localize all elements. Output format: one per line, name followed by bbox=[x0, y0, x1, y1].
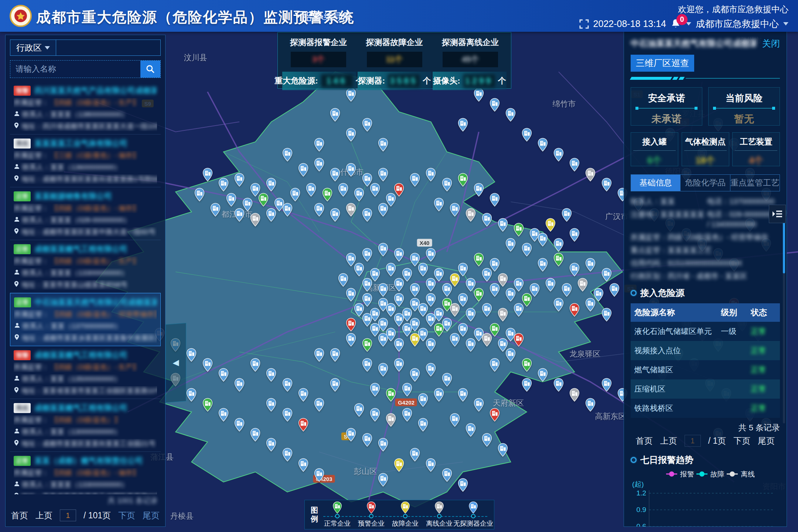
map-marker-pin[interactable] bbox=[362, 118, 372, 132]
table-row[interactable]: 视频接入点位正常 bbox=[631, 341, 780, 360]
panel-scrollbar[interactable] bbox=[783, 216, 785, 423]
map-marker-pin[interactable] bbox=[529, 283, 540, 297]
map-marker-pin[interactable] bbox=[490, 193, 500, 207]
map-marker-pin[interactable] bbox=[186, 348, 197, 362]
map-marker-pin[interactable] bbox=[426, 338, 436, 352]
3d-patrol-button[interactable]: 三维厂区巡查 bbox=[631, 55, 694, 72]
table-row[interactable]: 燃气储罐区正常 bbox=[631, 360, 780, 379]
map-marker-pin[interactable] bbox=[457, 478, 468, 492]
company-list-item[interactable]: 离线某某某某工业气体有限公司所属监管：【三级（C级/黄色）- 储存】联系人：某某… bbox=[10, 134, 161, 187]
org-name[interactable]: 成都市应急救援中心 bbox=[696, 18, 779, 30]
map-marker-pin[interactable] bbox=[545, 218, 556, 232]
map-marker-pin[interactable] bbox=[378, 203, 388, 217]
map-marker-pin[interactable] bbox=[250, 428, 261, 442]
map-marker-pin[interactable] bbox=[441, 178, 452, 192]
map-marker-pin[interactable] bbox=[378, 138, 388, 152]
map-marker-pin[interactable] bbox=[585, 298, 596, 312]
map-marker-pin[interactable] bbox=[474, 253, 484, 267]
map-marker-pin[interactable] bbox=[298, 418, 308, 432]
map-marker-pin[interactable] bbox=[601, 268, 612, 282]
map-marker-pin[interactable] bbox=[601, 178, 612, 192]
map-marker-pin[interactable] bbox=[330, 378, 341, 392]
map-marker-pin[interactable] bbox=[537, 368, 548, 382]
map-marker-pin[interactable] bbox=[346, 288, 357, 302]
map-marker-pin[interactable] bbox=[282, 148, 293, 162]
next-page-button[interactable]: 下页 bbox=[118, 510, 135, 521]
map-marker-pin[interactable] bbox=[474, 183, 484, 197]
search-input[interactable] bbox=[10, 61, 140, 78]
map-marker-pin[interactable] bbox=[306, 183, 317, 197]
notifications-button[interactable]: 0 bbox=[671, 18, 682, 30]
map-marker-pin[interactable] bbox=[362, 248, 372, 262]
map-marker-pin[interactable] bbox=[218, 368, 229, 382]
map-marker-pin[interactable] bbox=[298, 458, 308, 472]
map-marker-pin[interactable] bbox=[497, 308, 508, 322]
map-marker-pin[interactable] bbox=[314, 158, 325, 172]
map-marker-pin[interactable] bbox=[417, 418, 428, 432]
company-list-item[interactable]: 预警四川某某天然气产品有限公司成都某某输配站所属监管：【四级（D级/蓝色）- 生… bbox=[10, 82, 161, 134]
map-marker-pin[interactable] bbox=[553, 253, 564, 267]
map-marker-pin[interactable] bbox=[346, 428, 357, 442]
company-list-item[interactable]: 正常某某能源销售有限公司所属监管：【四级（D级/蓝色）- 储存】联系人：某某某（… bbox=[10, 187, 161, 240]
map-marker-pin[interactable] bbox=[202, 398, 213, 412]
map-marker-pin[interactable] bbox=[450, 333, 460, 347]
map-marker-pin[interactable] bbox=[537, 138, 548, 152]
map-marker-pin[interactable] bbox=[338, 273, 348, 287]
map-marker-pin[interactable] bbox=[569, 303, 580, 317]
map-marker-pin[interactable] bbox=[402, 408, 412, 422]
map-marker-pin[interactable] bbox=[370, 383, 381, 397]
map-marker-pin[interactable] bbox=[386, 388, 396, 402]
map-marker-pin[interactable] bbox=[426, 168, 436, 182]
map-marker-pin[interactable] bbox=[394, 458, 405, 472]
page-input[interactable]: 1 bbox=[60, 509, 76, 521]
map-marker-pin[interactable] bbox=[545, 278, 556, 292]
map-marker-pin[interactable] bbox=[330, 348, 341, 362]
company-list-item[interactable]: 正常中石油某某天然气有限公司成都某某化气储配站所属监管：【四级（D级/蓝色）- … bbox=[10, 293, 161, 346]
company-list-item[interactable]: 正常成都某某燃气工程有限公司所属监管：【四级（D级/蓝色）- 生产】联系人：某某… bbox=[10, 240, 161, 293]
map-marker-pin[interactable] bbox=[481, 333, 492, 347]
map-marker-pin[interactable] bbox=[585, 168, 596, 182]
map-marker-pin[interactable] bbox=[561, 283, 572, 297]
table-row[interactable]: 液化石油气储罐区单元一级正常 bbox=[631, 322, 780, 341]
map-marker-pin[interactable] bbox=[457, 388, 468, 402]
map-marker-pin[interactable] bbox=[394, 338, 405, 352]
map-marker-pin[interactable] bbox=[394, 183, 405, 197]
map-marker-pin[interactable] bbox=[282, 448, 293, 462]
chevron-down-icon[interactable] bbox=[783, 22, 788, 25]
map-marker-pin[interactable] bbox=[457, 293, 468, 307]
map-marker-pin[interactable] bbox=[378, 438, 388, 452]
tab-基础信息[interactable]: 基础信息 bbox=[631, 175, 681, 191]
company-list-item[interactable]: 离线成都某某燃气工程有限公司所属监管：【四级（D级/蓝色）】联系人：某某（130… bbox=[10, 399, 161, 452]
map-marker-pin[interactable] bbox=[330, 168, 341, 182]
map-marker-pin[interactable] bbox=[218, 408, 229, 422]
map-marker-pin[interactable] bbox=[457, 118, 468, 132]
map-marker-pin[interactable] bbox=[505, 238, 516, 252]
map-marker-pin[interactable] bbox=[553, 298, 564, 312]
scrollbar-thumb[interactable] bbox=[783, 218, 785, 273]
map-marker-pin[interactable] bbox=[402, 383, 412, 397]
map-marker-pin[interactable] bbox=[378, 283, 388, 297]
map-marker-pin[interactable] bbox=[226, 193, 237, 207]
map-marker-pin[interactable] bbox=[537, 233, 548, 247]
map-marker-pin[interactable] bbox=[250, 358, 261, 372]
map-marker-pin[interactable] bbox=[346, 128, 357, 142]
map-marker-pin[interactable] bbox=[450, 413, 460, 427]
map-marker-pin[interactable] bbox=[330, 208, 341, 222]
map-marker-pin[interactable] bbox=[378, 333, 388, 347]
map-marker-pin[interactable] bbox=[322, 188, 332, 202]
map-marker-pin[interactable] bbox=[410, 368, 420, 382]
map-marker-pin[interactable] bbox=[394, 358, 405, 372]
map-marker-pin[interactable] bbox=[497, 218, 508, 232]
map-marker-pin[interactable] bbox=[314, 468, 325, 482]
map-marker-pin[interactable] bbox=[234, 208, 245, 222]
company-list-item[interactable]: 正常某某（成都）燃气有限责任公司所属监管：【四级（D级/蓝色）- 储存】联系人：… bbox=[10, 452, 161, 494]
first-page-button[interactable]: 首页 bbox=[636, 435, 653, 447]
map-marker-pin[interactable] bbox=[466, 208, 476, 222]
map-marker-pin[interactable] bbox=[537, 258, 548, 272]
map-marker-pin[interactable] bbox=[362, 433, 372, 447]
map-marker-pin[interactable] bbox=[410, 448, 420, 462]
map-marker-pin[interactable] bbox=[497, 443, 508, 457]
map-marker-pin[interactable] bbox=[514, 278, 524, 292]
map-marker-pin[interactable] bbox=[481, 213, 492, 227]
map-marker-pin[interactable] bbox=[457, 173, 468, 187]
